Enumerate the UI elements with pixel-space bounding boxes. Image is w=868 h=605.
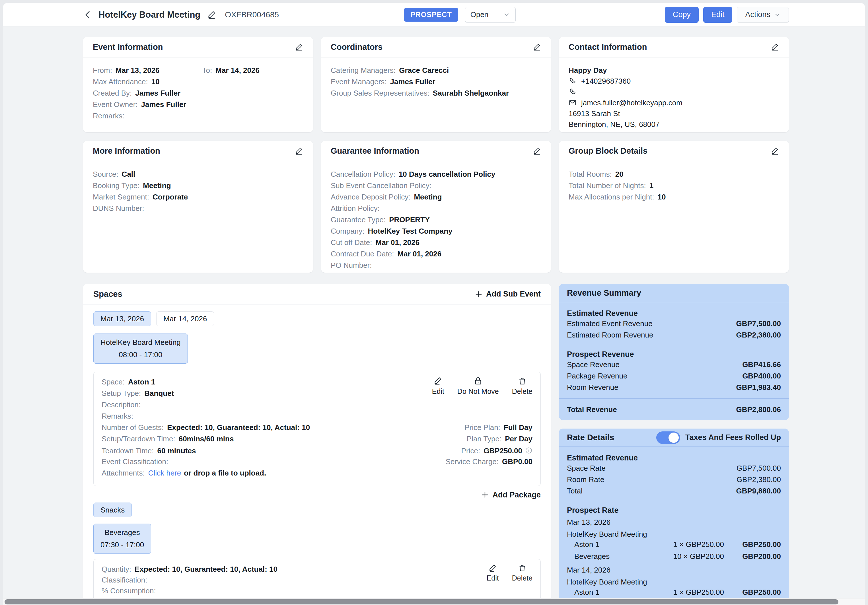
space-detail-box: Edit Do Not Move Delete	[93, 372, 541, 486]
field-value: Mar 14, 2026	[215, 66, 260, 75]
horizontal-scrollbar	[3, 598, 865, 605]
phone-icon	[569, 77, 577, 85]
toggle-label: Taxes And Fees Rolled Up	[685, 433, 781, 442]
actions-button[interactable]: Actions	[737, 7, 789, 23]
field-row: Sub Event Cancellation Policy:	[331, 181, 541, 193]
field-row: DUNS Number:	[93, 204, 303, 216]
field-row: Catering Managers: Grace Carecci	[331, 66, 541, 78]
scrollbar-thumb[interactable]	[5, 599, 839, 604]
rate-item-row: Beverages 10 × GBP20.00 GBP200.00	[567, 552, 781, 564]
attachments-row: Attachments: Click here or drop a file t…	[102, 469, 532, 480]
package-block-beverages[interactable]: Beverages 07:30 - 17:00	[93, 524, 151, 554]
field-row: Remarks:	[102, 412, 532, 423]
status-dropdown-value: Open	[470, 10, 489, 19]
add-sub-event-button[interactable]: Add Sub Event	[475, 290, 541, 298]
card-title: More Information	[93, 146, 160, 156]
edit-button[interactable]: Edit	[703, 7, 733, 23]
section-header: Estimated Revenue	[567, 452, 781, 464]
contact-address-line: 16913 Sarah St	[569, 108, 779, 119]
pencil-icon	[433, 377, 443, 386]
field-row: Created By: James Fuller	[93, 89, 303, 100]
field-value: Mar 13, 2026	[116, 66, 160, 75]
package-tab-snacks[interactable]: Snacks	[93, 503, 132, 517]
field-row: Remarks:	[93, 112, 303, 123]
edit-pencil-icon[interactable]	[771, 147, 779, 155]
field-row: From: Mar 13, 2026 To: Mar 14, 2026	[93, 66, 303, 78]
section-header: Prospect Rate	[567, 504, 781, 516]
package-edit-button[interactable]: Edit	[487, 564, 499, 582]
field-row: Booking Type: Meeting	[93, 181, 303, 193]
date-tab-mar-14[interactable]: Mar 14, 2026	[156, 311, 214, 326]
rate-row: Space Rate GBP7,500.00	[567, 464, 781, 475]
date-tab-mar-13[interactable]: Mar 13, 2026	[93, 311, 151, 326]
attachments-upload-link[interactable]: Click here	[148, 469, 181, 478]
taxes-fees-toggle[interactable]	[656, 431, 680, 444]
field-row: Event Managers: James Fuller	[331, 78, 541, 89]
package-delete-button[interactable]: Delete	[512, 564, 532, 582]
card-title: Spaces	[93, 289, 122, 299]
sub-event-block[interactable]: HotelKey Board Meeting 08:00 - 17:00	[93, 334, 188, 364]
card-title: Coordinators	[331, 42, 383, 52]
field-row: Cut off Date: Mar 01, 2026	[331, 238, 541, 250]
rate-group-event: HotelKey Board Meeting	[567, 576, 781, 588]
edit-pencil-icon[interactable]	[771, 43, 779, 51]
status-dropdown[interactable]: Open	[465, 7, 516, 23]
main-content: Event Information From: Mar 13, 2026 To:…	[3, 27, 865, 605]
add-package-button[interactable]: Add Package	[481, 490, 541, 500]
field-label: From:	[93, 66, 112, 75]
title-edit-icon[interactable]	[207, 10, 216, 19]
date-tabs: Mar 13, 2026 Mar 14, 2026	[93, 311, 541, 326]
top-bar: HotelKey Board Meeting OXFBR004685 PROSP…	[3, 3, 865, 27]
field-row: Source: Call	[93, 170, 303, 181]
edit-pencil-icon[interactable]	[533, 147, 541, 155]
cards-row-2: More Information Source: Call Booking Ty…	[83, 141, 789, 273]
card-title: Rate Details	[567, 433, 614, 442]
field-row: Contract Due Date: Mar 01, 2026	[331, 250, 541, 261]
header-actions: Copy Edit Actions	[665, 7, 789, 23]
pencil-icon	[488, 564, 497, 572]
contact-phone-row: +14029687360	[569, 76, 779, 87]
field-row: % Consumption:	[102, 586, 532, 597]
contact-address-line: Bennington, NE, US, 68007	[569, 119, 779, 130]
sub-event-time: 08:00 - 17:00	[119, 350, 162, 359]
card-title: Event Information	[93, 42, 163, 52]
field-row: Cancellation Policy: 10 Days cancellatio…	[331, 170, 541, 181]
field-label: To:	[202, 66, 212, 75]
more-information-card: More Information Source: Call Booking Ty…	[83, 141, 313, 273]
event-id: OXFBR004685	[225, 10, 279, 19]
field-row: Setup/Teardown Time: 60mins/60 mins Plan…	[102, 434, 532, 446]
contact-phone[interactable]: +14029687360	[581, 77, 631, 86]
revenue-summary-card: Revenue Summary Estimated Revenue Estima…	[559, 284, 789, 420]
field-row: Company: HotelKey Test Company	[331, 227, 541, 238]
rate-row: Room Rate GBP2,380.00	[567, 475, 781, 487]
space-delete-button[interactable]: Delete	[512, 377, 532, 396]
email-icon	[569, 99, 577, 107]
copy-button[interactable]: Copy	[665, 7, 699, 23]
field-row: Advance Deposit Policy: Meeting	[331, 193, 541, 204]
coordinators-card: Coordinators Catering Managers: Grace Ca…	[321, 37, 551, 132]
chevron-down-icon	[774, 11, 781, 18]
page-title: HotelKey Board Meeting	[98, 10, 200, 20]
field-row: Guarantee Type: PROPERTY	[331, 216, 541, 227]
field-row: Event Classification: Service Charge: GB…	[102, 457, 532, 469]
edit-pencil-icon[interactable]	[295, 147, 303, 155]
contact-email[interactable]: james.fuller@hotelkeyapp.com	[581, 98, 682, 107]
rate-group-event: HotelKey Board Meeting	[567, 528, 781, 540]
space-edit-button[interactable]: Edit	[432, 377, 444, 396]
contact-name: Happy Day	[569, 65, 779, 76]
edit-pencil-icon[interactable]	[295, 43, 303, 51]
app-window: HotelKey Board Meeting OXFBR004685 PROSP…	[3, 3, 865, 605]
info-icon[interactable]	[525, 447, 532, 454]
revenue-row: Estimated Room Revenue GBP2,380.00	[567, 331, 781, 342]
back-icon[interactable]	[83, 10, 93, 20]
section-header: Prospect Revenue	[567, 348, 781, 360]
cards-row-1: Event Information From: Mar 13, 2026 To:…	[83, 37, 789, 132]
package-name: Beverages	[104, 528, 140, 537]
guarantee-information-card: Guarantee Information Cancellation Polic…	[321, 141, 551, 273]
lock-icon	[474, 377, 483, 386]
field-row: Teardown Time: 60 minutes Price: GBP250.…	[102, 446, 532, 457]
edit-pencil-icon[interactable]	[533, 43, 541, 51]
actions-button-label: Actions	[745, 10, 770, 19]
field-row: Description:	[102, 400, 532, 412]
do-not-move-button[interactable]: Do Not Move	[457, 377, 499, 396]
